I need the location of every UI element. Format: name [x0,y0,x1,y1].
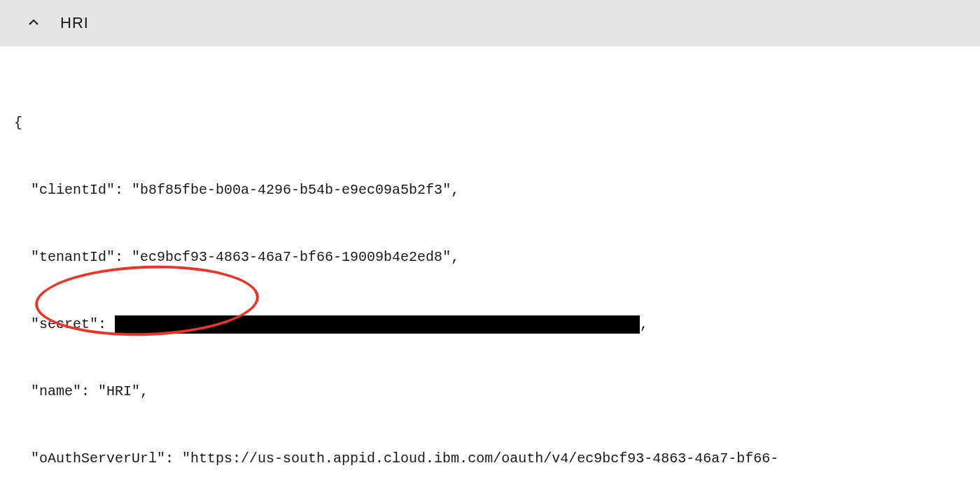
json-name-line: "name": "HRI", [14,380,966,403]
json-clientid-line: "clientId": "b8f85fbe-b00a-4296-b54b-e9e… [14,179,966,201]
tenantid-value: "ec9bcf93-4863-46a7-bf66-19009b4e2ed8", [132,246,459,269]
oauthurl-value: "https://us-south.appid.cloud.ibm.com/oa… [182,448,778,470]
json-code-block: { "clientId": "b8f85fbe-b00a-4296-b54b-e… [14,67,966,491]
clientid-value: "b8f85fbe-b00a-4296-b54b-e9ec09a5b2f3", [132,179,459,201]
json-content-area: { "clientId": "b8f85fbe-b00a-4296-b54b-e… [0,46,980,491]
name-value: "HRI", [98,380,148,403]
accordion-header[interactable]: HRI [0,0,980,46]
json-secret-line: "secret": , [14,313,966,336]
chevron-up-icon [28,15,39,31]
redacted-secret [115,315,640,334]
json-open-brace: { [14,112,966,134]
header-title: HRI [60,14,89,32]
json-tenantid-line: "tenantId": "ec9bcf93-4863-46a7-bf66-190… [14,246,966,269]
json-oauthurl-line: "oAuthServerUrl": "https://us-south.appi… [14,448,966,470]
